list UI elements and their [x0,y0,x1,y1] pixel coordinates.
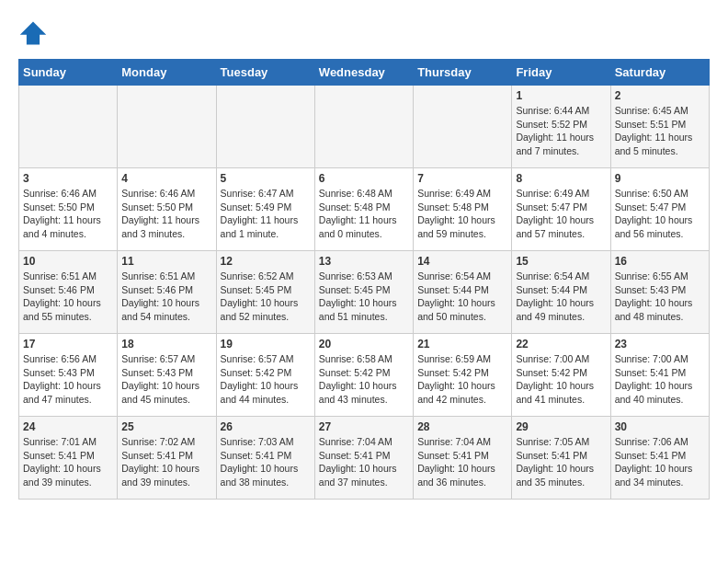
day-number: 28 [417,420,507,433]
calendar-cell [19,86,118,168]
day-info: Sunrise: 6:53 AMSunset: 5:45 PMDaylight:… [319,270,409,324]
calendar-cell: 11Sunrise: 6:51 AMSunset: 5:46 PMDayligh… [118,251,216,334]
calendar-cell: 30Sunrise: 7:06 AMSunset: 5:41 PMDayligh… [610,417,709,500]
day-number: 7 [417,172,507,185]
calendar-cell: 8Sunrise: 6:49 AMSunset: 5:47 PMDaylight… [512,168,610,251]
day-number: 21 [417,338,507,350]
day-info: Sunrise: 6:52 AMSunset: 5:45 PMDaylight:… [221,270,311,324]
calendar-cell: 23Sunrise: 7:00 AMSunset: 5:41 PMDayligh… [610,334,709,417]
day-number: 6 [319,172,409,185]
day-info: Sunrise: 7:02 AMSunset: 5:41 PMDaylight:… [121,435,211,489]
day-number: 29 [516,420,606,433]
calendar-cell: 1Sunrise: 6:44 AMSunset: 5:52 PMDaylight… [512,86,610,168]
day-number: 15 [516,255,606,268]
svg-marker-0 [20,22,46,45]
day-number: 19 [221,338,311,350]
day-info: Sunrise: 7:04 AMSunset: 5:41 PMDaylight:… [417,435,507,489]
col-header-saturday: Saturday [610,60,709,86]
day-number: 24 [23,420,113,433]
day-number: 17 [23,338,113,350]
day-info: Sunrise: 7:05 AMSunset: 5:41 PMDaylight:… [516,435,606,489]
day-number: 13 [319,255,409,268]
calendar-cell: 18Sunrise: 6:57 AMSunset: 5:43 PMDayligh… [118,334,216,417]
day-number: 10 [23,255,113,268]
calendar-cell: 26Sunrise: 7:03 AMSunset: 5:41 PMDayligh… [216,417,314,500]
calendar-cell [414,86,512,168]
calendar-week-3: 10Sunrise: 6:51 AMSunset: 5:46 PMDayligh… [19,251,710,334]
day-number: 22 [516,338,606,350]
logo [18,18,51,48]
day-info: Sunrise: 6:58 AMSunset: 5:42 PMDaylight:… [319,352,409,407]
day-number: 26 [221,420,311,433]
day-info: Sunrise: 6:57 AMSunset: 5:42 PMDaylight:… [221,352,311,407]
day-info: Sunrise: 6:46 AMSunset: 5:50 PMDaylight:… [121,187,211,241]
day-number: 30 [615,420,705,433]
day-info: Sunrise: 7:03 AMSunset: 5:41 PMDaylight:… [221,435,311,489]
day-info: Sunrise: 6:54 AMSunset: 5:44 PMDaylight:… [417,270,507,324]
calendar-week-4: 17Sunrise: 6:56 AMSunset: 5:43 PMDayligh… [19,334,710,417]
calendar-cell: 22Sunrise: 7:00 AMSunset: 5:42 PMDayligh… [512,334,610,417]
calendar-cell: 15Sunrise: 6:54 AMSunset: 5:44 PMDayligh… [512,251,610,334]
calendar-cell: 7Sunrise: 6:49 AMSunset: 5:48 PMDaylight… [414,168,512,251]
day-info: Sunrise: 7:00 AMSunset: 5:41 PMDaylight:… [615,352,705,407]
day-number: 4 [121,172,211,185]
day-info: Sunrise: 6:55 AMSunset: 5:43 PMDaylight:… [615,270,705,324]
calendar-cell: 5Sunrise: 6:47 AMSunset: 5:49 PMDaylight… [216,168,314,251]
day-number: 16 [615,255,705,268]
calendar-cell: 4Sunrise: 6:46 AMSunset: 5:50 PMDaylight… [118,168,216,251]
col-header-thursday: Thursday [414,60,512,86]
calendar-cell: 6Sunrise: 6:48 AMSunset: 5:48 PMDaylight… [314,168,413,251]
day-number: 20 [319,338,409,350]
logo-icon [18,18,48,48]
calendar-cell [314,86,413,168]
day-info: Sunrise: 7:04 AMSunset: 5:41 PMDaylight:… [319,435,409,489]
col-header-friday: Friday [512,60,610,86]
calendar-cell: 17Sunrise: 6:56 AMSunset: 5:43 PMDayligh… [19,334,118,417]
calendar-cell [216,86,314,168]
calendar-cell: 29Sunrise: 7:05 AMSunset: 5:41 PMDayligh… [512,417,610,500]
day-info: Sunrise: 6:46 AMSunset: 5:50 PMDaylight:… [23,187,113,241]
col-header-monday: Monday [118,60,216,86]
calendar-table: SundayMondayTuesdayWednesdayThursdayFrid… [18,59,710,500]
calendar-cell: 3Sunrise: 6:46 AMSunset: 5:50 PMDaylight… [19,168,118,251]
calendar-cell: 14Sunrise: 6:54 AMSunset: 5:44 PMDayligh… [414,251,512,334]
calendar-week-1: 1Sunrise: 6:44 AMSunset: 5:52 PMDaylight… [19,86,710,168]
calendar-cell: 13Sunrise: 6:53 AMSunset: 5:45 PMDayligh… [314,251,413,334]
calendar-cell: 9Sunrise: 6:50 AMSunset: 5:47 PMDaylight… [610,168,709,251]
col-header-wednesday: Wednesday [314,60,413,86]
day-info: Sunrise: 6:49 AMSunset: 5:47 PMDaylight:… [516,187,606,241]
calendar-cell: 24Sunrise: 7:01 AMSunset: 5:41 PMDayligh… [19,417,118,500]
day-number: 8 [516,172,606,185]
calendar-week-2: 3Sunrise: 6:46 AMSunset: 5:50 PMDaylight… [19,168,710,251]
col-header-tuesday: Tuesday [216,60,314,86]
calendar-week-5: 24Sunrise: 7:01 AMSunset: 5:41 PMDayligh… [19,417,710,500]
day-number: 1 [516,89,606,102]
day-number: 27 [319,420,409,433]
day-number: 14 [417,255,507,268]
calendar-cell: 2Sunrise: 6:45 AMSunset: 5:51 PMDaylight… [610,86,709,168]
calendar-cell: 20Sunrise: 6:58 AMSunset: 5:42 PMDayligh… [314,334,413,417]
day-number: 5 [221,172,311,185]
calendar-cell: 28Sunrise: 7:04 AMSunset: 5:41 PMDayligh… [414,417,512,500]
calendar-cell: 10Sunrise: 6:51 AMSunset: 5:46 PMDayligh… [19,251,118,334]
calendar-cell: 19Sunrise: 6:57 AMSunset: 5:42 PMDayligh… [216,334,314,417]
day-number: 23 [615,338,705,350]
calendar-cell: 16Sunrise: 6:55 AMSunset: 5:43 PMDayligh… [610,251,709,334]
day-number: 12 [221,255,311,268]
day-info: Sunrise: 6:54 AMSunset: 5:44 PMDaylight:… [516,270,606,324]
day-number: 3 [23,172,113,185]
day-info: Sunrise: 6:51 AMSunset: 5:46 PMDaylight:… [121,270,211,324]
day-number: 11 [121,255,211,268]
day-number: 2 [615,89,705,102]
day-info: Sunrise: 7:00 AMSunset: 5:42 PMDaylight:… [516,352,606,407]
calendar-cell: 27Sunrise: 7:04 AMSunset: 5:41 PMDayligh… [314,417,413,500]
day-info: Sunrise: 6:48 AMSunset: 5:48 PMDaylight:… [319,187,409,241]
day-info: Sunrise: 6:49 AMSunset: 5:48 PMDaylight:… [417,187,507,241]
calendar-cell [118,86,216,168]
day-info: Sunrise: 6:45 AMSunset: 5:51 PMDaylight:… [615,104,705,158]
col-header-sunday: Sunday [19,60,118,86]
page-header [18,18,710,48]
day-info: Sunrise: 6:56 AMSunset: 5:43 PMDaylight:… [23,352,113,407]
day-info: Sunrise: 6:57 AMSunset: 5:43 PMDaylight:… [121,352,211,407]
calendar-cell: 12Sunrise: 6:52 AMSunset: 5:45 PMDayligh… [216,251,314,334]
